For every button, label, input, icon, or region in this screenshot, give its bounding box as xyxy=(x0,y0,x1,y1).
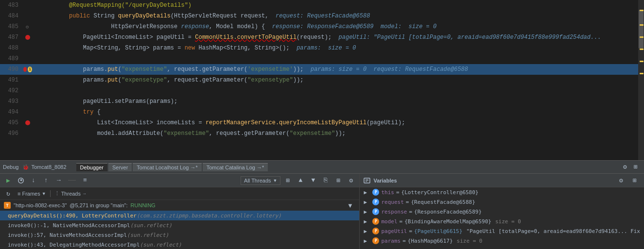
breakpoint-icon[interactable] xyxy=(25,120,30,125)
var-eq: = xyxy=(409,209,412,215)
var-extra: "PageUtil [totalPage=0, areaid=ead98f60e… xyxy=(466,228,640,234)
stack-frame-3[interactable]: invoke():43, DelegatingMethodAccessorImp… xyxy=(0,240,359,249)
var-row-pageutil[interactable]: ▶ P pageUtil = {PageUtil@6615} "PageUtil… xyxy=(360,226,644,236)
thread-entry[interactable]: T "http-nio-8082-exec-3" @5,271 in group… xyxy=(0,200,359,211)
var-value: {HashMap@6617} xyxy=(408,238,453,244)
step-out-button[interactable]: ↑ xyxy=(41,175,52,186)
scroll-marker xyxy=(640,73,644,74)
var-value: {PageUtil@6615} xyxy=(414,228,462,234)
var-row-request[interactable]: ▶ P request = {RequestFacade@6588} xyxy=(360,197,644,207)
gutter-495 xyxy=(23,120,32,125)
frames-chevron-icon: ▼ xyxy=(42,191,46,196)
var-name: model xyxy=(381,218,397,225)
breakpoint-icon[interactable] xyxy=(25,35,30,40)
thread-dropdown[interactable]: All Threads ▼ xyxy=(241,176,280,185)
filter-icon[interactable]: ⊞ xyxy=(282,175,293,186)
chevron-down-icon: ▼ xyxy=(273,178,278,183)
variables-title: Variables xyxy=(373,178,397,183)
debug-toolbar: Debug 🐞 Tomcat8_8082 Debugger Server Tom… xyxy=(0,160,644,174)
line-content: Map<String, String> params = new HashMap… xyxy=(32,38,644,58)
line-number: 487 xyxy=(0,34,23,41)
var-type-icon: P xyxy=(372,237,379,244)
run-to-cursor-button[interactable]: → xyxy=(53,175,64,186)
editor-scrollbar[interactable] xyxy=(638,0,644,160)
line-number: 488 xyxy=(0,45,23,51)
thread-name: "http-nio-8082-exec-3" xyxy=(14,202,67,208)
step-over-button[interactable] xyxy=(16,175,26,186)
fold-icon: ⊖ xyxy=(25,21,31,32)
settings2-icon[interactable]: ⚙ xyxy=(346,175,356,186)
frames-label: Frames xyxy=(22,191,40,197)
line-number: 485 xyxy=(0,23,23,30)
thread-dropdown-value: All Threads xyxy=(244,178,271,183)
scroll-marker xyxy=(640,61,644,62)
var-name: response xyxy=(381,209,407,215)
var-value: {LotteryController@6580} xyxy=(401,189,479,196)
tab-server[interactable]: Server xyxy=(108,163,132,171)
stack-frame-1[interactable]: invoke0():-1, NativeMethodAccessorImpl (… xyxy=(0,220,359,230)
line-content: model.addAttribute("expensetime", reques… xyxy=(32,123,644,144)
threads-icon: ⋮ xyxy=(54,190,60,197)
var-type-icon: P xyxy=(372,199,379,205)
vars-settings-icon[interactable]: ⚙ xyxy=(616,175,627,186)
settings-icon[interactable]: ⚙ xyxy=(620,162,630,172)
expand-icon[interactable]: ▶ xyxy=(364,189,370,196)
var-row-model[interactable]: ▶ P model = {BindingAwareModelMap@6590} … xyxy=(360,216,644,226)
tab-tomcat-catalina[interactable]: Tomcat Catalina Log →* xyxy=(203,163,268,171)
expand-icon[interactable]: ▶ xyxy=(364,199,370,205)
var-row-this[interactable]: ▶ P this = {LotteryController@6580} xyxy=(360,187,644,197)
frames-tab[interactable]: ≡ Frames ▼ xyxy=(17,191,46,197)
var-row-params[interactable]: ▶ P params = {HashMap@6617} size = 0 xyxy=(360,236,644,246)
expand-icon[interactable]: ▶ xyxy=(364,218,370,225)
variables-icon xyxy=(364,177,370,184)
var-eq: = xyxy=(396,189,400,196)
thread-line-info: @5,271 in group "main": xyxy=(70,202,127,208)
tab-debugger[interactable]: Debugger xyxy=(76,163,107,171)
var-extra: size = 0 xyxy=(495,218,521,225)
stack-frame-2[interactable]: invoke():57, NativeMethodAccessorImpl (s… xyxy=(0,230,359,240)
breakpoint-icon[interactable] xyxy=(23,67,27,72)
dropdown-thread-icon[interactable]: ▼ xyxy=(345,200,355,211)
right-panel: Variables ⚙ ⊞ ▶ P this = {LotteryControl… xyxy=(360,174,644,249)
variables-header: Variables ⚙ ⊞ xyxy=(360,174,644,187)
var-row-response[interactable]: ▶ P response = {ResponseFacade@6589} xyxy=(360,207,644,216)
panel-toolbar: ▶ ↓ ↑ → ≡ All Threads ▼ ⊞ ▲ ▼ ⎘ ⊞ ⚙ xyxy=(0,174,359,187)
expand-icon[interactable]: ▶ xyxy=(364,228,370,234)
copy-icon[interactable]: ⎘ xyxy=(320,175,331,186)
var-type-icon: P xyxy=(372,218,379,225)
scroll-marker xyxy=(640,49,644,50)
var-eq: = xyxy=(402,238,406,244)
var-name: pageUtil xyxy=(381,228,407,234)
step-into-button[interactable]: ↓ xyxy=(28,175,39,186)
vars-restore-icon[interactable]: ⊞ xyxy=(629,175,640,186)
tab-tomcat-localhost[interactable]: Tomcat Localhost Log →* xyxy=(133,163,201,171)
line-number: 489 xyxy=(0,55,23,62)
debugger-panel: ▶ ↓ ↑ → ≡ All Threads ▼ ⊞ ▲ ▼ ⎘ ⊞ ⚙ ↻ xyxy=(0,174,644,249)
debug-session-label: Debug xyxy=(3,164,18,170)
evaluate-button[interactable]: ≡ xyxy=(80,175,90,186)
var-value: {BindingAwareModelMap@6590} xyxy=(404,218,491,225)
thread-icon: T xyxy=(4,202,11,209)
line-number: 495 xyxy=(0,119,23,126)
down-icon[interactable]: ▼ xyxy=(308,175,318,186)
refresh-icon[interactable]: ↻ xyxy=(3,188,14,199)
resume-button[interactable]: ▶ xyxy=(3,175,14,186)
threads-tab[interactable]: ⋮ Threads → xyxy=(54,190,87,197)
restore-icon[interactable]: ⊞ xyxy=(630,162,641,172)
scroll-marker xyxy=(640,10,644,11)
expand-icon[interactable]: ▶ xyxy=(364,238,370,244)
line-number: 484 xyxy=(0,13,23,19)
line-number: 490 xyxy=(0,66,23,73)
expand-icon[interactable]: ▶ xyxy=(364,209,370,215)
line-number: 496 xyxy=(0,130,23,137)
close-icon[interactable]: ⊞ xyxy=(333,175,344,186)
var-name: params xyxy=(381,238,400,244)
stack-frame-0[interactable]: queryDayDetails():490, LotteryController… xyxy=(0,211,359,220)
line-number: 491 xyxy=(0,77,23,83)
threads-label: Threads xyxy=(61,191,81,197)
var-type-icon: P xyxy=(372,228,379,234)
code-editor: 483 @RequestMapping("/queryDayDetails") … xyxy=(0,0,644,160)
up-icon[interactable]: ▲ xyxy=(295,175,306,186)
code-line-496: 496 model.addAttribute("expensetime", re… xyxy=(0,128,644,139)
line-number: 483 xyxy=(0,2,23,9)
